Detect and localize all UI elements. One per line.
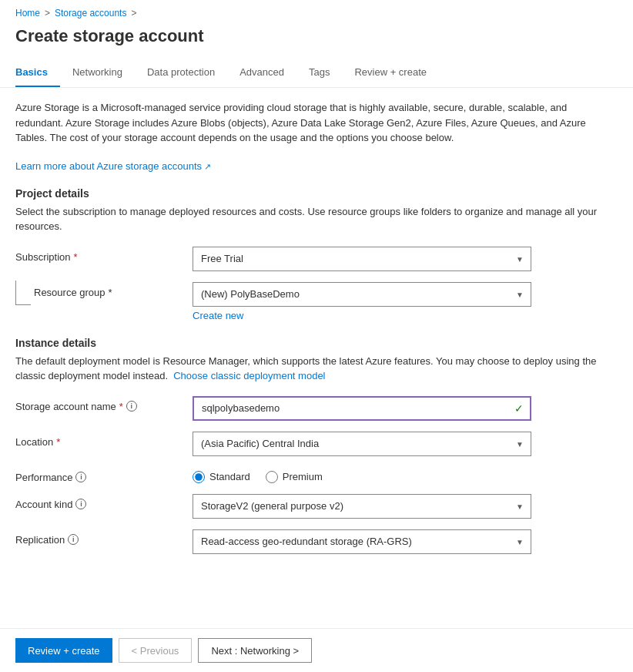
resource-group-select-wrapper: (New) PolyBaseDemo ▼: [193, 282, 531, 307]
breadcrumb-home[interactable]: Home: [15, 8, 40, 18]
breadcrumb: Home > Storage accounts >: [0, 0, 633, 23]
account-kind-row: Account kind i StorageV2 (general purpos…: [15, 494, 601, 519]
resource-group-label-col: Resource group *: [15, 282, 193, 305]
replication-info-icon[interactable]: i: [68, 534, 79, 545]
storage-name-label: Storage account name * i: [15, 396, 193, 412]
service-description: Azure Storage is a Microsoft-managed ser…: [15, 100, 601, 146]
replication-row: Replication i Read-access geo-redundant …: [15, 529, 601, 554]
performance-standard-radio[interactable]: [193, 471, 205, 483]
location-select[interactable]: (Asia Pacific) Central India: [193, 432, 531, 456]
subscription-select-wrapper: Free Trial ▼: [193, 247, 531, 271]
storage-name-input[interactable]: [193, 396, 531, 421]
performance-radio-group: Standard Premium: [193, 467, 531, 483]
storage-name-info-icon[interactable]: i: [126, 401, 137, 412]
storage-name-control: ✓: [193, 396, 531, 421]
performance-control: Standard Premium: [193, 467, 531, 483]
account-kind-control: StorageV2 (general purpose v2) ▼: [193, 494, 531, 519]
resource-group-label-text: Resource group: [34, 287, 106, 298]
footer: Review + create < Previous Next : Networ…: [0, 628, 633, 631]
account-kind-info-icon[interactable]: i: [75, 499, 86, 509]
replication-select-wrapper: Read-access geo-redundant storage (RA-GR…: [193, 529, 531, 554]
subscription-select[interactable]: Free Trial: [193, 247, 531, 271]
performance-standard-label: Standard: [209, 471, 250, 482]
project-details-desc: Select the subscription to manage deploy…: [15, 204, 601, 234]
account-kind-select[interactable]: StorageV2 (general purpose v2): [193, 494, 531, 519]
storage-name-row: Storage account name * i ✓: [15, 396, 601, 421]
performance-premium-label: Premium: [283, 471, 323, 482]
replication-label: Replication i: [15, 529, 193, 546]
performance-info-icon[interactable]: i: [75, 472, 86, 482]
page-title: Create storage account: [0, 23, 633, 59]
storage-name-input-wrapper: ✓: [193, 396, 531, 421]
location-select-wrapper: (Asia Pacific) Central India ▼: [193, 432, 531, 456]
learn-more-link[interactable]: Learn more about Azure storage accounts: [15, 160, 211, 172]
instance-details-desc: The default deployment model is Resource…: [15, 354, 601, 384]
location-label: Location *: [15, 432, 193, 448]
tab-data-protection[interactable]: Data protection: [135, 59, 227, 87]
location-row: Location * (Asia Pacific) Central India …: [15, 432, 601, 456]
resource-group-row: Resource group * (New) PolyBaseDemo ▼ Cr…: [15, 282, 601, 321]
tab-basics[interactable]: Basics: [15, 59, 60, 87]
subscription-row: Subscription * Free Trial ▼: [15, 247, 601, 271]
classic-deployment-link[interactable]: Choose classic deployment model: [173, 370, 325, 381]
performance-premium-option[interactable]: Premium: [266, 471, 323, 483]
tabs: Basics Networking Data protection Advanc…: [0, 59, 633, 88]
subscription-control: Free Trial ▼: [193, 247, 531, 271]
location-control: (Asia Pacific) Central India ▼: [193, 432, 531, 456]
tab-tags[interactable]: Tags: [296, 59, 342, 87]
resource-group-select[interactable]: (New) PolyBaseDemo: [193, 282, 531, 307]
resource-group-control: (New) PolyBaseDemo ▼ Create new: [193, 282, 531, 321]
tree-connector: [15, 281, 31, 305]
subscription-label: Subscription *: [15, 247, 193, 263]
create-new-link[interactable]: Create new: [193, 310, 243, 321]
main-content: Azure Storage is a Microsoft-managed ser…: [0, 88, 616, 631]
replication-control: Read-access geo-redundant storage (RA-GR…: [193, 529, 531, 554]
storage-name-check-icon: ✓: [514, 402, 524, 415]
performance-standard-option[interactable]: Standard: [193, 471, 250, 483]
tab-networking[interactable]: Networking: [60, 59, 135, 87]
project-details-title: Project details: [15, 187, 601, 200]
instance-details-title: Instance details: [15, 337, 601, 349]
performance-label: Performance i: [15, 467, 193, 483]
tab-advanced[interactable]: Advanced: [227, 59, 296, 87]
breadcrumb-storage-accounts[interactable]: Storage accounts: [55, 8, 126, 18]
performance-row: Performance i Standard Premium: [15, 467, 601, 483]
tab-review-create[interactable]: Review + create: [342, 59, 439, 87]
replication-select[interactable]: Read-access geo-redundant storage (RA-GR…: [193, 529, 531, 554]
account-kind-select-wrapper: StorageV2 (general purpose v2) ▼: [193, 494, 531, 519]
performance-premium-radio[interactable]: [266, 471, 278, 483]
account-kind-label: Account kind i: [15, 494, 193, 510]
